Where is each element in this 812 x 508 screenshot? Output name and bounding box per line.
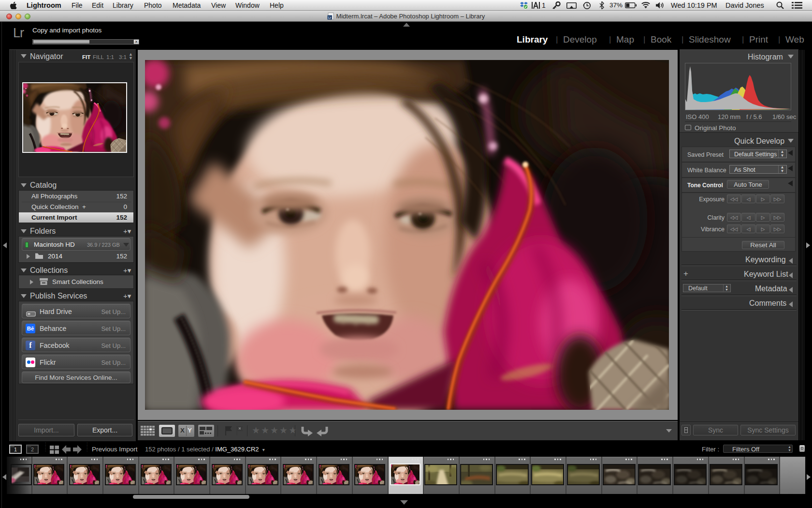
svg-text:Lr: Lr <box>328 16 332 19</box>
